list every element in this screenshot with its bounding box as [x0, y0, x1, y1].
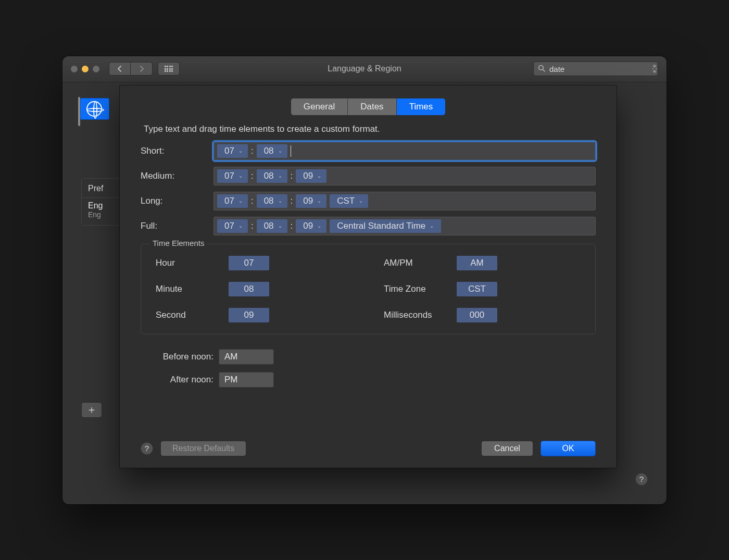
noon-rows: Before noon: AM After noon: PM [141, 349, 596, 388]
hour-token[interactable]: 07⌄ [217, 144, 248, 158]
add-language-button[interactable]: ＋ [81, 402, 102, 418]
second-token[interactable]: 09⌄ [296, 169, 326, 183]
chevron-down-icon: ⌄ [317, 223, 321, 229]
search-input[interactable] [548, 64, 649, 74]
chevron-down-icon: ⌄ [317, 173, 321, 179]
format-label: Full: [141, 221, 213, 231]
format-row-short: Short: 07⌄ : 08⌄ [141, 142, 596, 160]
chevron-down-icon: ⌄ [278, 173, 282, 179]
format-label: Short: [141, 146, 213, 156]
tz-chip[interactable]: CST [457, 282, 497, 296]
minimize-icon[interactable] [82, 66, 89, 72]
format-row-full: Full: 07⌄ : 08⌄ : 09⌄ Central Standard T… [141, 217, 596, 235]
chevron-down-icon: ⌄ [278, 198, 282, 204]
element-label: Second [156, 310, 229, 320]
search-field[interactable] [533, 61, 658, 76]
titlebar: Language & Region [62, 56, 667, 82]
chevron-down-icon: ⌄ [430, 223, 434, 229]
tab-times[interactable]: Times [397, 98, 446, 115]
element-minute: Minute 08 [156, 282, 353, 296]
chevron-down-icon: ⌄ [238, 223, 243, 229]
text-caret [291, 145, 291, 157]
second-token[interactable]: 09⌄ [296, 219, 326, 233]
ms-chip[interactable]: 000 [457, 308, 497, 322]
nav-buttons [109, 62, 153, 76]
format-label: Medium: [141, 171, 213, 181]
hour-token[interactable]: 07⌄ [217, 194, 248, 208]
cancel-button[interactable]: Cancel [481, 441, 533, 456]
chevron-down-icon: ⌄ [359, 198, 363, 204]
clear-search-button[interactable] [652, 65, 657, 73]
minute-token[interactable]: 08⌄ [257, 169, 287, 183]
ampm-chip[interactable]: AM [457, 256, 497, 270]
element-label: Time Zone [384, 284, 457, 294]
second-chip[interactable]: 09 [229, 308, 269, 322]
before-noon-row: Before noon: AM [141, 349, 596, 365]
element-tz: Time Zone CST [384, 282, 581, 296]
format-rows: Short: 07⌄ : 08⌄ Medium: 07⌄ : 08⌄ : 09⌄ [141, 142, 596, 242]
format-sheet: General Dates Times Type text and drag t… [120, 85, 617, 468]
minute-chip[interactable]: 08 [229, 282, 269, 296]
tab-general[interactable]: General [291, 98, 348, 115]
minute-token[interactable]: 08⌄ [257, 194, 287, 208]
separator: : [291, 221, 293, 231]
element-second: Second 09 [156, 308, 353, 322]
chevron-down-icon: ⌄ [317, 198, 321, 204]
hour-token[interactable]: 07⌄ [217, 219, 248, 233]
close-icon[interactable] [71, 66, 78, 72]
hour-chip[interactable]: 07 [229, 256, 269, 270]
format-label: Long: [141, 196, 213, 206]
show-all-button[interactable] [158, 62, 180, 76]
separator: : [291, 171, 293, 181]
group-title: Time Elements [149, 239, 207, 247]
sheet-footer: ? Restore Defaults Cancel OK [141, 429, 596, 456]
help-button[interactable]: ? [635, 473, 648, 486]
element-label: AM/PM [384, 258, 457, 268]
traffic-lights [71, 66, 99, 72]
minute-token[interactable]: 08⌄ [257, 219, 287, 233]
format-field-short[interactable]: 07⌄ : 08⌄ [213, 142, 596, 160]
second-token[interactable]: 09⌄ [296, 194, 326, 208]
element-label: Minute [156, 284, 229, 294]
after-noon-input[interactable]: PM [219, 372, 274, 388]
after-noon-row: After noon: PM [141, 372, 596, 388]
element-label: Milliseconds [384, 310, 457, 320]
separator: : [251, 171, 254, 181]
language-region-icon [76, 96, 109, 121]
chevron-down-icon: ⌄ [238, 198, 243, 204]
minute-token[interactable]: 08⌄ [257, 144, 287, 158]
separator: : [251, 221, 254, 231]
restore-defaults-button[interactable]: Restore Defaults [160, 441, 246, 456]
tz-token[interactable]: CST⌄ [330, 194, 368, 208]
before-noon-label: Before noon: [141, 352, 219, 362]
tab-bar: General Dates Times [291, 98, 446, 116]
forward-button[interactable] [131, 62, 153, 76]
element-hour: Hour 07 [156, 256, 353, 270]
chevron-down-icon: ⌄ [238, 173, 243, 179]
tz-token[interactable]: Central Standard Time⌄ [330, 219, 441, 233]
tab-dates[interactable]: Dates [348, 98, 396, 115]
hour-token[interactable]: 07⌄ [217, 169, 248, 183]
separator: : [251, 146, 254, 156]
before-noon-input[interactable]: AM [219, 349, 274, 365]
hint-text: Type text and drag time elements to crea… [141, 124, 596, 134]
format-row-long: Long: 07⌄ : 08⌄ : 09⌄ CST⌄ [141, 192, 596, 210]
format-field-medium[interactable]: 07⌄ : 08⌄ : 09⌄ [213, 167, 596, 185]
back-button[interactable] [109, 62, 131, 76]
element-ampm: AM/PM AM [384, 256, 581, 270]
maximize-icon[interactable] [93, 66, 99, 72]
ok-button[interactable]: OK [541, 441, 596, 456]
after-noon-label: After noon: [141, 375, 219, 385]
format-field-full[interactable]: 07⌄ : 08⌄ : 09⌄ Central Standard Time⌄ [213, 217, 596, 235]
chevron-down-icon: ⌄ [238, 148, 243, 154]
element-ms: Milliseconds 000 [384, 308, 581, 322]
separator: : [291, 196, 293, 206]
format-field-long[interactable]: 07⌄ : 08⌄ : 09⌄ CST⌄ [213, 192, 596, 210]
svg-line-1 [543, 69, 545, 71]
chevron-down-icon: ⌄ [278, 148, 282, 154]
preferences-window: Language & Region Pref Eng Eng ＋ ? [62, 56, 667, 504]
time-elements-group: Time Elements Hour 07 AM/PM AM Minute 08… [141, 244, 596, 334]
separator: : [251, 196, 254, 206]
sheet-help-button[interactable]: ? [141, 442, 153, 455]
search-icon [538, 65, 545, 73]
